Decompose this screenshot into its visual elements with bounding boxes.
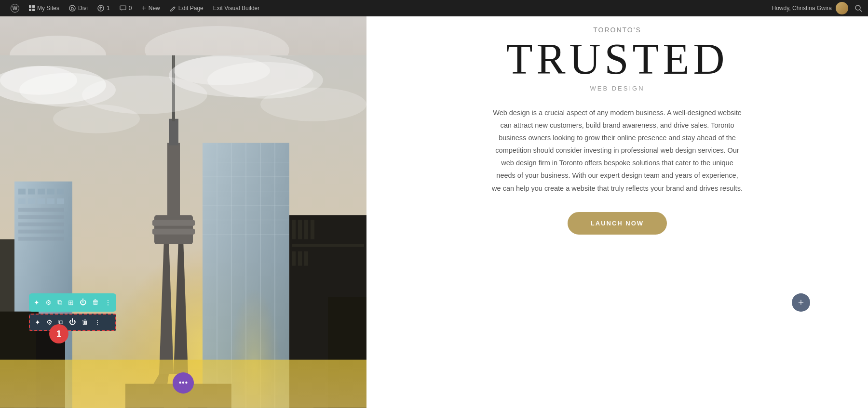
- cityscape-svg: [0, 55, 366, 408]
- inner-more-icon[interactable]: ⋮: [92, 317, 103, 328]
- avatar: [836, 2, 848, 14]
- updates-menu[interactable]: 1: [93, 0, 115, 16]
- svg-rect-63: [167, 143, 180, 218]
- section-label: WEB DESIGN: [590, 85, 644, 92]
- svg-rect-3: [32, 5, 35, 8]
- admin-bar-right: Howdy, Christina Gwira: [772, 2, 862, 14]
- comments-menu[interactable]: 0: [115, 0, 137, 16]
- admin-bar: W My Sites D Divi 1 0 + New Edit Page Ex…: [0, 0, 868, 16]
- svg-rect-25: [57, 189, 64, 195]
- divi-menu[interactable]: D Divi: [64, 0, 93, 16]
- more-options-icon[interactable]: ⋮: [103, 298, 113, 308]
- svg-rect-64: [169, 119, 178, 145]
- content-panel: TORONTO'S TRUSTED WEB DESIGN Web design …: [366, 16, 868, 408]
- svg-rect-57: [304, 251, 308, 266]
- new-content-menu[interactable]: + New: [136, 0, 164, 16]
- page-description: Web design is a crucial aspect of any mo…: [492, 106, 743, 195]
- svg-rect-56: [298, 251, 302, 266]
- svg-rect-55: [292, 251, 296, 266]
- svg-rect-34: [18, 230, 64, 234]
- page-main-title: TRUSTED: [506, 38, 729, 81]
- duplicate-icon[interactable]: ⧉: [55, 298, 64, 307]
- move-icon[interactable]: ✦: [32, 298, 41, 308]
- svg-rect-4: [29, 9, 31, 11]
- svg-rect-21: [18, 189, 26, 195]
- wordpress-logo[interactable]: W: [6, 0, 24, 16]
- my-sites-menu[interactable]: My Sites: [24, 0, 64, 16]
- svg-line-13: [860, 10, 862, 12]
- divi-toolbars-area: ✦ ⚙ ⧉ ⊞ ⏻ 🗑 ⋮ ✦ ⚙ ⧉ ⏻ 🗑 ⋮ 1: [29, 293, 116, 331]
- module-count-badge: 1: [49, 324, 68, 343]
- svg-text:D: D: [71, 6, 74, 11]
- inner-delete-icon[interactable]: 🗑: [80, 317, 90, 327]
- svg-rect-62: [152, 229, 195, 235]
- svg-rect-50: [292, 220, 296, 239]
- exit-visual-builder-button[interactable]: Exit Visual Builder: [208, 0, 265, 16]
- columns-icon[interactable]: ⊞: [66, 298, 76, 308]
- svg-point-81: [260, 88, 366, 121]
- svg-rect-33: [18, 223, 64, 226]
- svg-rect-51: [298, 220, 302, 239]
- svg-rect-29: [47, 198, 54, 204]
- page-subtitle: TORONTO'S: [593, 26, 641, 34]
- svg-point-82: [53, 105, 140, 133]
- svg-rect-54: [292, 244, 364, 247]
- add-module-button[interactable]: +: [792, 293, 810, 312]
- svg-rect-2: [29, 5, 31, 8]
- purple-dots-button[interactable]: •••: [173, 372, 194, 394]
- search-icon[interactable]: [855, 5, 862, 12]
- svg-rect-31: [18, 208, 64, 212]
- svg-rect-22: [28, 189, 35, 195]
- inner-move-icon[interactable]: ✦: [33, 317, 42, 328]
- edit-page-button[interactable]: Edit Page: [165, 0, 208, 16]
- svg-rect-24: [47, 189, 54, 195]
- svg-rect-32: [18, 215, 64, 219]
- svg-rect-10: [120, 6, 126, 10]
- launch-now-button[interactable]: LAUNCH NOW: [568, 212, 667, 235]
- svg-rect-61: [152, 220, 195, 226]
- divi-green-toolbar: ✦ ⚙ ⧉ ⊞ ⏻ 🗑 ⋮: [29, 293, 116, 312]
- svg-rect-52: [304, 220, 308, 239]
- svg-rect-35: [18, 237, 64, 241]
- svg-rect-26: [18, 198, 26, 204]
- svg-rect-27: [28, 198, 35, 204]
- inner-disable-icon[interactable]: ⏻: [67, 317, 78, 327]
- svg-point-12: [855, 5, 860, 10]
- page-wrapper: ••• ✦ ⚙ ⧉ ⊞ ⏻ 🗑 ⋮ ✦ ⚙ ⧉ ⏻ 🗑 ⋮: [0, 16, 868, 408]
- divi-inner-toolbar: ✦ ⚙ ⧉ ⏻ 🗑 ⋮ 1: [29, 314, 116, 331]
- svg-rect-23: [38, 189, 45, 195]
- svg-rect-5: [32, 9, 35, 11]
- svg-text:W: W: [13, 5, 18, 11]
- delete-icon[interactable]: 🗑: [90, 298, 101, 307]
- svg-rect-28: [38, 198, 45, 204]
- svg-rect-30: [57, 198, 64, 204]
- settings-icon[interactable]: ⚙: [43, 298, 54, 308]
- disable-icon[interactable]: ⏻: [78, 298, 88, 307]
- svg-rect-53: [311, 220, 314, 239]
- hero-image-panel: ••• ✦ ⚙ ⧉ ⊞ ⏻ 🗑 ⋮ ✦ ⚙ ⧉ ⏻ 🗑 ⋮: [0, 16, 366, 408]
